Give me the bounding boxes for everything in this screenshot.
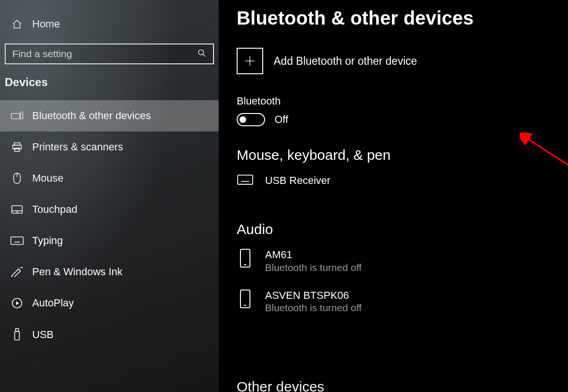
plus-icon <box>237 48 263 74</box>
bluetooth-toggle[interactable] <box>237 113 265 126</box>
mouse-icon <box>10 172 24 184</box>
bluetooth-state-label: Off <box>275 113 288 126</box>
device-row[interactable]: USB Receiver <box>237 172 551 200</box>
search-icon <box>197 48 206 60</box>
autoplay-icon <box>10 297 24 309</box>
section-heading-mkp: Mouse, keyboard, & pen <box>237 147 551 163</box>
device-row[interactable]: AM61 Bluetooth is turned off <box>237 246 551 286</box>
svg-rect-8 <box>15 148 19 151</box>
devices-icon <box>10 111 24 121</box>
device-name: AM61 <box>265 249 362 261</box>
add-device-button[interactable]: Add Bluetooth or other device <box>237 48 551 74</box>
keyboard-icon <box>10 236 24 245</box>
sidebar-item-usb[interactable]: USB <box>0 319 219 351</box>
search-input[interactable] <box>12 48 197 60</box>
add-device-label: Add Bluetooth or other device <box>274 55 417 68</box>
keyboard-icon <box>237 174 254 185</box>
device-status: Bluetooth is turned off <box>265 302 362 314</box>
sidebar-item-touchpad[interactable]: Touchpad <box>0 194 219 225</box>
section-heading-other: Other devices <box>237 379 324 392</box>
search-box[interactable] <box>5 44 214 64</box>
svg-line-1 <box>203 54 205 57</box>
sidebar-item-label: Mouse <box>32 172 63 184</box>
usb-icon <box>10 328 24 341</box>
sidebar-item-label: Pen & Windows Ink <box>32 266 123 278</box>
svg-point-0 <box>198 50 204 55</box>
device-name: USB Receiver <box>265 174 330 186</box>
sidebar-item-pen[interactable]: Pen & Windows Ink <box>0 256 219 287</box>
sidebar-item-label: Bluetooth & other devices <box>32 110 151 122</box>
sidebar-item-label: Touchpad <box>32 203 77 216</box>
svg-rect-5 <box>20 112 23 119</box>
svg-rect-27 <box>238 175 253 184</box>
svg-rect-24 <box>15 331 19 340</box>
settings-sidebar: Home Devices Bluetooth & o <box>0 0 219 392</box>
device-row[interactable]: ASVEN BTSPK06 Bluetooth is turned off <box>237 287 551 327</box>
nav-home[interactable]: Home <box>0 14 219 44</box>
svg-rect-23 <box>16 329 18 331</box>
nav-home-label: Home <box>32 18 60 30</box>
sidebar-item-label: Printers & scanners <box>32 141 123 153</box>
sidebar-item-autoplay[interactable]: AutoPlay <box>0 287 219 319</box>
section-heading-audio: Audio <box>237 221 551 237</box>
home-icon <box>10 19 24 29</box>
device-status: Bluetooth is turned off <box>265 262 362 273</box>
sidebar-section-label: Devices <box>0 76 219 100</box>
sidebar-item-bluetooth[interactable]: Bluetooth & other devices <box>0 100 219 131</box>
svg-rect-2 <box>11 113 20 119</box>
sidebar-item-printers[interactable]: Printers & scanners <box>0 131 219 163</box>
settings-main: Bluetooth & other devices Add Bluetooth … <box>219 0 568 392</box>
sidebar-item-typing[interactable]: Typing <box>0 225 219 256</box>
printer-icon <box>10 141 24 153</box>
sidebar-item-mouse[interactable]: Mouse <box>0 163 219 194</box>
sidebar-item-label: AutoPlay <box>32 297 74 309</box>
device-name: ASVEN BTSPK06 <box>265 289 362 301</box>
svg-marker-22 <box>16 301 19 305</box>
bluetooth-group-label: Bluetooth <box>237 95 551 107</box>
pen-icon <box>10 267 24 277</box>
svg-rect-14 <box>11 237 23 244</box>
phone-icon <box>237 249 254 268</box>
touchpad-icon <box>10 205 24 214</box>
page-title: Bluetooth & other devices <box>237 8 551 29</box>
sidebar-item-label: Typing <box>32 235 63 247</box>
phone-icon <box>237 289 254 308</box>
sidebar-item-label: USB <box>32 329 53 341</box>
